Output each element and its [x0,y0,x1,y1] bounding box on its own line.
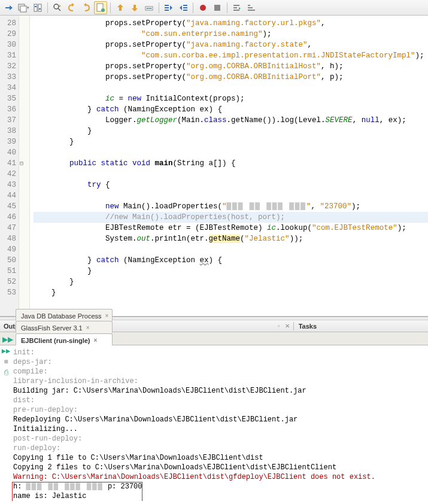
tab-label: EJBClient (run-single) [21,337,90,344]
console-line: library-inclusion-in-archive: [13,377,424,386]
svg-rect-4 [38,4,41,11]
step-out-icon[interactable] [177,1,190,14]
svg-rect-25 [233,10,239,11]
svg-rect-23 [233,5,239,6]
line-gutter: 2829303132333435363738394041424344454647… [0,16,19,316]
tasks-title: Tasks [295,323,320,330]
close-icon[interactable]: ✕ [283,323,292,329]
close-icon[interactable]: × [86,324,90,331]
console-line: Initializing... [13,424,424,434]
console-line: h: ▇▇▇ ▇▇ ▇▇▇ ▇▇▇ p: 23700 [13,482,424,491]
svg-rect-18 [183,5,187,6]
minimize-icon[interactable]: ▫ [275,323,283,329]
svg-rect-26 [248,10,255,11]
find-prev-icon[interactable] [2,1,16,14]
shift-right-icon[interactable] [128,1,141,14]
svg-rect-22 [214,5,220,11]
wordwrap-icon[interactable] [245,1,258,14]
stop-icon[interactable] [211,1,224,14]
save-output-icon[interactable]: ⎙ [1,368,11,378]
svg-rect-17 [165,10,169,11]
console-line: Warning: C:\Users\Marina\Downloads\EJBCl… [13,472,424,482]
svg-rect-0 [5,7,10,8]
console-line: pre-run-deploy: [13,405,424,415]
editor-toolbar: ▾ [0,0,428,16]
record-icon[interactable] [196,1,210,14]
tab-label: GlassFish Server 3.1 [21,324,83,332]
run-icon[interactable]: ▶▶ [1,347,11,356]
svg-point-10 [101,8,105,12]
console-line: dist: [13,396,424,405]
console-line: name is: Jelastic [13,491,424,501]
nav-back-icon[interactable] [65,1,78,14]
zoom-last-icon[interactable] [51,1,64,14]
code-editor[interactable]: 2829303132333435363738394041424344454647… [0,16,428,317]
macro-icon[interactable] [142,1,156,14]
svg-rect-12 [147,8,148,9]
console-line: run-deploy: [13,444,424,453]
rerun-icon[interactable]: ▶▶ [2,335,13,344]
step-in-icon[interactable] [162,1,175,14]
output-tab[interactable]: Java DB Database Process × [16,309,113,321]
svg-rect-13 [148,8,150,9]
console-line: compile: [13,367,424,377]
stop-run-icon[interactable]: ■ [1,357,11,367]
svg-rect-14 [150,8,151,9]
console-line: Redeploying C:\Users\Marina\Downloads\EJ… [13,415,424,424]
diff-icon[interactable] [31,1,44,14]
bookmarked-file-icon[interactable] [94,1,107,14]
tab-label: Java DB Database Process [21,312,102,320]
close-icon[interactable]: × [94,337,98,344]
close-icon[interactable]: × [105,312,109,319]
svg-rect-20 [183,10,187,11]
svg-rect-3 [34,4,37,11]
console-line: post-run-deploy: [13,434,424,444]
svg-point-7 [54,4,59,9]
format-icon[interactable] [230,1,244,14]
console-line: Copying 2 files to C:\Users\Marina\Downl… [13,463,424,472]
output-tab[interactable]: EJBClient (run-single) × [16,333,113,345]
shift-left-icon[interactable] [114,1,127,14]
console-line: deps-jar: [13,357,424,367]
svg-point-21 [200,5,206,11]
svg-rect-16 [165,7,169,8]
output-tab[interactable]: GlassFish Server 3.1 × [16,321,113,333]
svg-rect-19 [183,7,187,8]
nav-fwd-icon[interactable] [80,1,93,14]
svg-rect-27 [248,7,253,8]
output-tabs: ▶▶ Java DB Database Process ×GlassFish S… [0,332,428,345]
svg-rect-2 [20,6,26,12]
svg-rect-24 [233,7,237,8]
svg-rect-5 [35,6,37,7]
svg-rect-6 [39,8,41,10]
svg-line-8 [58,8,60,11]
find-next-icon[interactable]: ▾ [17,1,30,14]
svg-rect-15 [165,5,169,6]
code-area[interactable]: props.setProperty("java.naming.factory.u… [30,16,428,316]
output-console[interactable]: ▶▶ ■ ⎙ init:deps-jar:compile:library-inc… [0,345,428,501]
console-line: Building jar: C:\Users\Marina\Downloads\… [13,386,424,396]
svg-rect-28 [248,5,250,6]
console-line: Copying 1 file to C:\Users\Marina\Downlo… [13,453,424,463]
console-line: init: [13,348,424,357]
